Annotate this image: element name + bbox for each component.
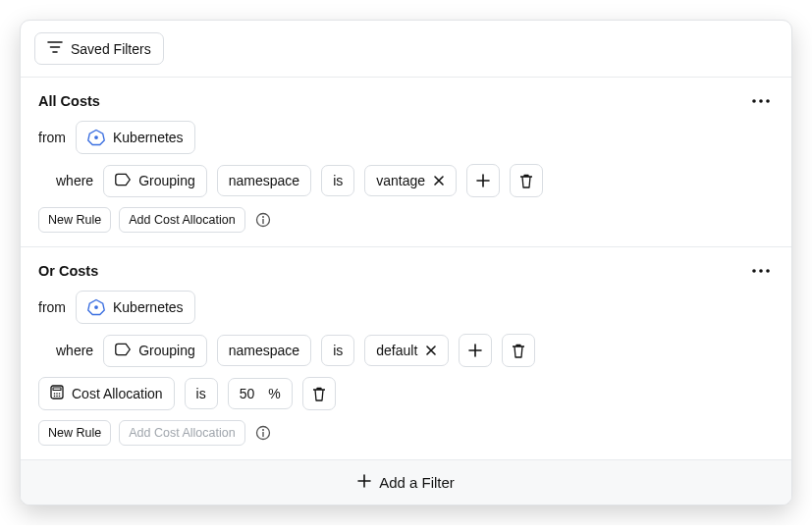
trash-icon	[519, 174, 533, 188]
plus-icon	[476, 174, 490, 187]
close-icon	[425, 345, 437, 356]
close-icon	[433, 175, 445, 186]
kubernetes-icon	[87, 298, 105, 316]
svg-point-18	[54, 396, 56, 398]
add-filter-button[interactable]: Add a Filter	[21, 460, 791, 505]
provider-name: Kubernetes	[113, 299, 184, 315]
add-condition-button[interactable]	[459, 334, 492, 367]
saved-filters-label: Saved Filters	[71, 41, 151, 57]
field-select[interactable]: namespace	[217, 165, 311, 196]
from-label: from	[38, 130, 66, 145]
section-more-button[interactable]	[748, 95, 774, 107]
svg-point-15	[54, 393, 56, 395]
field-select[interactable]: namespace	[217, 335, 311, 366]
section-title: All Costs	[38, 93, 100, 109]
delete-rule-button[interactable]	[510, 164, 543, 197]
provider-select[interactable]: Kubernetes	[76, 291, 195, 324]
operator-value: is	[333, 343, 343, 358]
tag-icon	[115, 343, 131, 359]
add-cost-allocation-label: Add Cost Allocation	[129, 213, 235, 227]
new-rule-label: New Rule	[48, 426, 101, 440]
provider-name: Kubernetes	[113, 130, 184, 145]
operator-select[interactable]: is	[321, 165, 354, 196]
svg-point-22	[262, 429, 264, 431]
svg-rect-7	[262, 219, 263, 224]
svg-point-9	[759, 269, 763, 273]
svg-point-1	[759, 99, 763, 103]
svg-point-4	[94, 135, 98, 139]
from-label: from	[38, 299, 66, 315]
svg-rect-14	[53, 388, 61, 391]
topbar: Saved Filters	[21, 21, 791, 78]
value-text: default	[376, 343, 417, 358]
operator-value: is	[333, 173, 343, 188]
delete-cost-allocation-button[interactable]	[302, 377, 336, 410]
ellipsis-horizontal-icon	[752, 99, 770, 103]
field-value: namespace	[229, 173, 299, 188]
svg-point-12	[94, 305, 98, 309]
filters-panel: Saved Filters All Costs from Kubernetes …	[20, 20, 792, 505]
add-cost-allocation-button: Add Cost Allocation	[119, 420, 244, 446]
value-chip[interactable]: vantage	[364, 165, 457, 196]
info-icon	[255, 425, 271, 441]
svg-point-2	[766, 99, 770, 103]
grouping-select[interactable]: Grouping	[103, 335, 207, 367]
svg-point-6	[262, 216, 264, 218]
plus-icon	[357, 474, 371, 491]
cost-allocation-label: Cost Allocation	[72, 386, 163, 401]
cost-allocation-chip[interactable]: Cost Allocation	[38, 377, 175, 410]
value-chip[interactable]: default	[364, 335, 449, 366]
where-label: where	[56, 173, 93, 188]
section-title: Or Costs	[38, 263, 98, 279]
svg-point-20	[59, 396, 61, 398]
cost-allocation-value-input[interactable]: 50 %	[228, 378, 293, 409]
info-tooltip-trigger[interactable]	[255, 425, 271, 441]
add-cost-allocation-button[interactable]: Add Cost Allocation	[119, 207, 244, 233]
svg-point-10	[766, 269, 770, 273]
new-rule-button[interactable]: New Rule	[38, 207, 111, 233]
svg-point-17	[59, 393, 61, 395]
calculator-icon	[50, 385, 64, 402]
filter-lines-icon	[47, 40, 63, 57]
delete-rule-button[interactable]	[502, 334, 535, 367]
svg-rect-23	[262, 432, 263, 437]
filter-section-or-costs: Or Costs from Kubernetes where Grouping	[21, 247, 791, 460]
remove-value-button[interactable]	[425, 345, 437, 356]
value-text: vantage	[376, 173, 425, 188]
section-more-button[interactable]	[748, 265, 774, 277]
add-cost-allocation-label: Add Cost Allocation	[129, 426, 235, 440]
svg-point-16	[56, 393, 58, 395]
where-label: where	[56, 343, 93, 358]
plus-icon	[468, 344, 482, 357]
svg-point-19	[56, 396, 58, 398]
new-rule-label: New Rule	[48, 213, 101, 227]
provider-select[interactable]: Kubernetes	[76, 121, 195, 154]
info-tooltip-trigger[interactable]	[255, 212, 271, 228]
remove-value-button[interactable]	[433, 175, 445, 186]
svg-point-0	[752, 99, 756, 103]
trash-icon	[312, 387, 326, 401]
new-rule-button[interactable]: New Rule	[38, 420, 111, 446]
tag-icon	[115, 173, 131, 189]
svg-point-8	[752, 269, 756, 273]
trash-icon	[512, 344, 525, 358]
grouping-select[interactable]: Grouping	[103, 165, 207, 197]
info-icon	[255, 212, 271, 228]
cost-allocation-operator-text: is	[196, 386, 206, 401]
filter-section-all-costs: All Costs from Kubernetes where Grouping	[21, 78, 791, 247]
grouping-label: Grouping	[138, 343, 195, 358]
cost-allocation-suffix: %	[268, 386, 280, 401]
kubernetes-icon	[87, 129, 105, 146]
add-condition-button[interactable]	[466, 164, 500, 197]
cost-allocation-value: 50	[240, 386, 255, 401]
add-filter-label: Add a Filter	[379, 474, 455, 491]
saved-filters-button[interactable]: Saved Filters	[34, 32, 164, 65]
field-value: namespace	[229, 343, 299, 358]
grouping-label: Grouping	[138, 173, 195, 188]
ellipsis-horizontal-icon	[752, 269, 770, 273]
cost-allocation-operator[interactable]: is	[185, 378, 218, 409]
operator-select[interactable]: is	[321, 335, 354, 366]
